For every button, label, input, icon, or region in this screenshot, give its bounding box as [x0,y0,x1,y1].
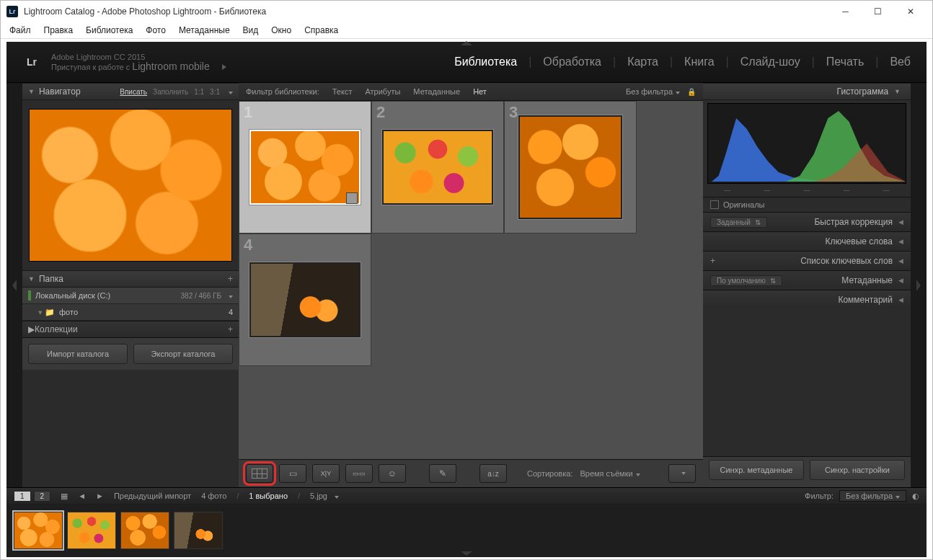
collections-title: Коллекции [35,324,78,334]
filter-switch-icon[interactable]: ◐ [912,492,919,501]
module-print[interactable]: Печать [826,55,864,68]
screen-2-button[interactable]: 2 [34,491,51,502]
add-folder-icon[interactable]: + [228,274,233,284]
histogram-display[interactable] [707,103,906,184]
filmstrip-thumb-2[interactable] [67,512,116,549]
filter-attrs[interactable]: Атрибуты [365,87,400,96]
thumbnail [249,130,361,205]
nav-forward-icon[interactable]: ► [96,492,104,500]
menu-photo[interactable]: Фото [140,24,172,37]
folders-title: Папка [39,274,63,284]
grid-cell-1[interactable]: 1 [239,101,371,234]
chevron-right-icon[interactable]: ▶ [28,324,35,334]
nav-fit[interactable]: Вписать [120,88,147,96]
nav-3-1[interactable]: 3:1 [210,88,220,96]
maximize-button[interactable]: ☐ [862,1,894,22]
window-title: Lightroom Catalog - Adobe Photoshop Ligh… [24,6,829,17]
collapse-top-icon[interactable] [461,41,472,45]
thumbnail [518,115,622,219]
filter-text[interactable]: Текст [332,87,353,96]
module-web[interactable]: Веб [890,55,911,68]
right-collapse-handle[interactable] [911,83,927,487]
menu-library[interactable]: Библиотека [80,24,138,37]
sort-dropdown[interactable]: Время съёмки [580,469,640,478]
loupe-view-button[interactable]: ▭ [279,464,306,483]
grid-cell-4[interactable]: 4 [239,234,371,366]
cell-index: 3 [509,103,518,122]
import-catalog-button[interactable]: Импорт каталога [28,344,128,364]
menu-metadata[interactable]: Метаданные [173,24,236,37]
keyword-list-title: Список ключевых слов [800,256,893,266]
metadata-preset-dropdown[interactable]: По умолчанию⇅ [710,275,782,286]
filter-label: Фильтр библиотеки: [246,87,319,96]
grid-cell-2[interactable]: 2 [371,101,504,234]
header-mobile-link[interactable]: Lightroom mobile [132,61,209,72]
thumbnail [249,262,361,337]
chevron-left-icon[interactable]: ◀ [898,238,903,245]
menu-edit[interactable]: Правка [38,24,79,37]
nav-1-1[interactable]: 1:1 [194,88,204,96]
people-view-button[interactable]: ☺ [379,464,406,483]
add-collection-icon[interactable]: + [228,324,233,334]
source-dropdown-icon[interactable] [332,492,339,500]
filmstrip-thumb-3[interactable] [120,512,169,549]
survey-view-button[interactable]: ▭▭ [345,464,373,483]
chevron-down-icon[interactable]: ▼ [894,88,901,95]
filter-lock-icon[interactable] [687,87,696,96]
originals-checkbox[interactable] [710,200,719,209]
module-book[interactable]: Книга [684,55,714,68]
header-mobile-prefix: Приступая к работе с [51,63,132,71]
sync-metadata-button[interactable]: Синхр. метаданные [709,460,804,480]
chevron-left-icon[interactable]: ◀ [898,296,903,303]
filmstrip-filter-dropdown[interactable]: Без фильтра [839,490,906,502]
module-develop[interactable]: Обработка [543,55,601,68]
chevron-left-icon[interactable]: ◀ [898,257,903,265]
left-collapse-handle[interactable] [6,83,22,487]
folder-drive-row[interactable]: Локальный диск (C:) 382 / 466 ГБ [22,288,239,304]
drive-status-icon [28,290,31,301]
filter-preset-dropdown[interactable]: Без фильтра [626,87,680,96]
toolbar-menu-button[interactable] [668,464,696,483]
nav-back-icon[interactable]: ◄ [78,492,86,500]
sort-direction-button[interactable]: a↓z [479,464,507,483]
filmstrip-thumb-4[interactable] [174,512,223,549]
chevron-left-icon[interactable]: ◀ [898,277,903,284]
close-button[interactable]: ✕ [894,1,927,22]
folder-name: фото [59,308,78,316]
menu-window[interactable]: Окно [265,24,297,37]
photo-count: 4 фото [201,492,226,500]
filter-meta[interactable]: Метаданные [413,87,460,96]
grid-view-button[interactable] [246,464,273,483]
module-slideshow[interactable]: Слайд-шоу [740,55,800,68]
nav-fill[interactable]: Заполнить [153,88,188,96]
filter-none[interactable]: Нет [473,87,487,96]
menu-help[interactable]: Справка [299,24,344,37]
chevron-down-icon[interactable]: ▼ [28,275,35,283]
compare-view-button[interactable]: X|Y [312,464,340,483]
drive-menu-icon[interactable] [226,291,233,300]
grid-cell-3[interactable]: 3 [504,101,637,234]
source-label[interactable]: Предыдущий импорт [114,492,191,500]
painter-tool-button[interactable]: ✎ [429,464,456,483]
sync-settings-button[interactable]: Синхр. настройки [810,460,905,480]
grid-mini-icon[interactable]: ▦ [61,492,68,501]
drive-usage: 382 / 466 ГБ [181,292,221,300]
export-catalog-button[interactable]: Экспорт каталога [133,344,233,364]
menu-file[interactable]: Файл [4,24,37,37]
screen-1-button[interactable]: 1 [14,491,31,502]
drive-name: Локальный диск (C:) [35,291,110,300]
play-icon[interactable] [222,64,226,70]
folder-sub-row[interactable]: ▾ 📁 фото 4 [22,304,239,321]
navigator-preview[interactable] [29,109,232,262]
module-library[interactable]: Библиотека [454,55,517,68]
nav-ratio-dropdown[interactable] [226,88,233,96]
chevron-left-icon[interactable]: ◀ [898,218,903,226]
preset-dropdown[interactable]: Заданный⇅ [710,217,767,228]
collapse-bottom-icon[interactable] [461,551,472,556]
chevron-down-icon[interactable]: ▼ [28,88,35,95]
filmstrip-thumb-1[interactable] [14,512,63,549]
add-keyword-icon[interactable]: + [710,256,715,266]
menu-view[interactable]: Вид [237,24,265,37]
module-map[interactable]: Карта [627,55,658,68]
minimize-button[interactable]: ─ [829,1,862,22]
